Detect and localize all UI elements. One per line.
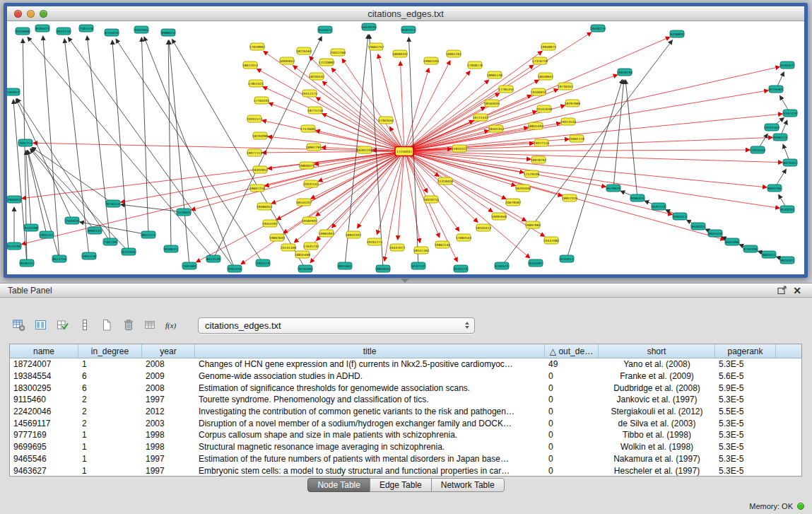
network-edge[interactable]: [22, 152, 401, 244]
table-row[interactable]: 1456911722003Disruption of a novel membe…: [10, 417, 801, 429]
network-edge[interactable]: [407, 153, 544, 237]
table-row[interactable]: 946362711997Embryonic stem cells: a mode…: [10, 465, 801, 476]
network-edge[interactable]: [33, 143, 401, 151]
network-edge[interactable]: [196, 153, 401, 262]
cell-year: 1997: [142, 395, 195, 404]
tab-edge-table[interactable]: Edge Table: [370, 478, 432, 492]
network-edge[interactable]: [262, 120, 401, 151]
network-edge[interactable]: [777, 72, 784, 86]
cell-year: 2009: [142, 371, 195, 381]
network-edge[interactable]: [28, 151, 59, 256]
network-node-label: 2860650: [7, 198, 20, 201]
table-row[interactable]: 1830029562008Estimation of significance …: [10, 382, 801, 394]
network-node-label: 18667258: [249, 187, 265, 190]
network-node-label: 7691274: [18, 141, 32, 145]
network-edge[interactable]: [777, 169, 787, 185]
network-edge[interactable]: [613, 80, 623, 185]
show-columns-icon[interactable]: [32, 317, 50, 334]
function-icon[interactable]: f(x): [163, 317, 182, 334]
table-row[interactable]: 969969511998Structural magnetic resonanc…: [10, 441, 801, 453]
network-edge[interactable]: [504, 40, 672, 263]
table-row[interactable]: 911546021997Tourette syndrome. Phenomeno…: [10, 394, 801, 406]
network-edge[interactable]: [783, 144, 789, 159]
network-canvas[interactable]: 9203998859541390122767581378875567693029…: [7, 21, 804, 274]
column-icon[interactable]: [76, 317, 94, 334]
network-edge[interactable]: [625, 80, 637, 194]
network-edge[interactable]: [43, 36, 59, 255]
network-table-selector[interactable]: citations_edges.txt: [198, 317, 475, 334]
network-edge[interactable]: [30, 149, 93, 228]
network-edge[interactable]: [760, 134, 768, 146]
column-header-out_degree[interactable]: △ out_de…: [545, 344, 599, 358]
network-node-label: 17576681: [300, 127, 316, 131]
tab-node-table[interactable]: Node Table: [307, 478, 370, 492]
network-node-label: 8988024: [161, 31, 175, 35]
table-row[interactable]: 1938455462009Genome-wide association stu…: [10, 370, 801, 382]
network-node-label: 9245012: [560, 257, 573, 261]
network-node-label: 9546305: [691, 225, 705, 228]
network-edge[interactable]: [779, 194, 786, 206]
network-edge[interactable]: [269, 103, 401, 151]
import-table-icon[interactable]: [141, 317, 160, 334]
tab-network-table[interactable]: Network Table: [431, 478, 505, 492]
table-row[interactable]: 977716911998Corpus callosum shape and si…: [10, 429, 801, 441]
network-edge[interactable]: [144, 37, 233, 265]
network-edge[interactable]: [408, 152, 779, 209]
network-edge[interactable]: [257, 69, 401, 149]
network-edge[interactable]: [408, 151, 767, 187]
network-edge[interactable]: [342, 59, 402, 148]
close-panel-icon[interactable]: ✕: [790, 286, 804, 296]
new-file-icon[interactable]: [98, 317, 116, 334]
network-edge[interactable]: [262, 151, 401, 153]
network-edge[interactable]: [407, 153, 526, 221]
network-edge[interactable]: [27, 151, 45, 231]
float-panel-icon[interactable]: [775, 286, 790, 295]
network-edge[interactable]: [310, 57, 402, 149]
network-node-label: 9048752: [20, 262, 33, 265]
network-edge[interactable]: [408, 151, 782, 163]
network-edge[interactable]: [116, 39, 261, 260]
network-edge[interactable]: [26, 151, 31, 224]
column-header-in_degree[interactable]: in_degree: [78, 344, 142, 358]
column-header-name[interactable]: name: [10, 344, 78, 358]
network-node-label: 15318404: [437, 180, 453, 183]
network-edge[interactable]: [32, 147, 110, 201]
cell-year: 2008: [142, 359, 195, 369]
network-edge[interactable]: [121, 152, 401, 202]
network-edge[interactable]: [16, 99, 71, 217]
delete-icon[interactable]: [119, 317, 138, 334]
network-edge[interactable]: [407, 80, 539, 150]
network-node-label: 8613754: [52, 257, 66, 261]
edit-column-icon[interactable]: [54, 317, 72, 334]
network-edge[interactable]: [168, 40, 171, 245]
table-options-icon[interactable]: [10, 317, 28, 334]
network-edge[interactable]: [322, 81, 401, 149]
network-node-label: 20679587: [505, 201, 521, 204]
network-edge[interactable]: [87, 36, 110, 238]
table-row[interactable]: 1872400712008Changes of HCN gene express…: [10, 358, 801, 370]
close-window-button[interactable]: [14, 10, 22, 18]
network-node-label: 18204446: [515, 187, 531, 190]
table-row[interactable]: 2242004622012Investigating the contribut…: [10, 406, 801, 418]
network-edge[interactable]: [112, 40, 129, 248]
column-header-title[interactable]: title: [195, 344, 545, 358]
network-edge[interactable]: [780, 95, 789, 110]
minimize-window-button[interactable]: [27, 10, 35, 18]
network-edge[interactable]: [400, 62, 404, 148]
network-edge[interactable]: [169, 40, 189, 262]
network-edge[interactable]: [406, 61, 450, 148]
window-titlebar[interactable]: citations_edges.txt: [7, 6, 804, 21]
network-edge[interactable]: [407, 153, 478, 222]
network-edge[interactable]: [782, 120, 787, 134]
column-header-short[interactable]: short: [599, 344, 715, 358]
network-node-label: 9256499: [298, 267, 312, 271]
network-node-label: 9096213: [773, 136, 787, 139]
network-graph[interactable]: 9203998859541390122767581378875567693029…: [7, 21, 804, 274]
column-header-pagerank[interactable]: pagerank: [715, 344, 776, 358]
cell-name: 9463627: [10, 466, 78, 476]
zoom-window-button[interactable]: [40, 10, 47, 18]
network-edge[interactable]: [141, 37, 148, 231]
network-node-label: 17635734: [303, 245, 319, 248]
table-row[interactable]: 946554611997Estimation of the future num…: [10, 453, 801, 465]
column-header-year[interactable]: year: [142, 344, 195, 358]
